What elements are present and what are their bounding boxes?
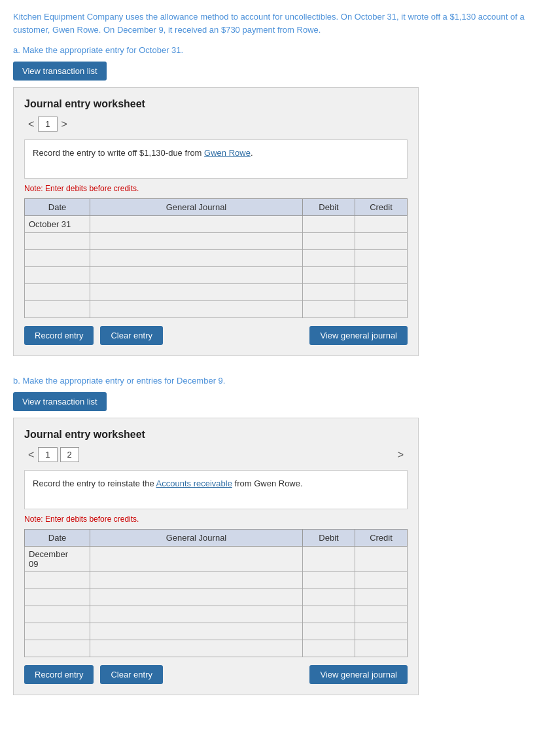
- journal-table-a: Date General Journal Debit Credit Octobe…: [24, 198, 408, 318]
- input-debit-b-4[interactable]: [307, 626, 351, 636]
- input-journal-b-3[interactable]: [94, 609, 298, 619]
- header-debit-a: Debit: [303, 199, 355, 216]
- header-journal-a: General Journal: [90, 199, 303, 216]
- input-journal-a-4[interactable]: [94, 287, 298, 297]
- button-row-a: Record entry Clear entry View general jo…: [24, 326, 408, 345]
- input-debit-a-3[interactable]: [307, 270, 351, 280]
- table-row: [25, 623, 408, 640]
- input-credit-b-1[interactable]: [359, 575, 403, 585]
- header-date-a: Date: [25, 199, 90, 216]
- input-journal-a-0[interactable]: [94, 219, 298, 229]
- table-row: [25, 284, 408, 301]
- input-debit-a-1[interactable]: [307, 236, 351, 246]
- table-row: [25, 301, 408, 318]
- input-journal-a-2[interactable]: [94, 253, 298, 263]
- cell-date-a-1: [25, 233, 90, 250]
- worksheet-a: Journal entry worksheet < 1 > Record the…: [13, 87, 419, 356]
- input-credit-a-4[interactable]: [359, 287, 403, 297]
- section-b-label: b. Make the appropriate entry or entries…: [13, 376, 547, 386]
- input-debit-a-0[interactable]: [307, 219, 351, 229]
- view-journal-btn-b[interactable]: View general journal: [309, 665, 408, 684]
- input-credit-a-1[interactable]: [359, 236, 403, 246]
- input-debit-b-2[interactable]: [307, 592, 351, 602]
- input-credit-a-2[interactable]: [359, 253, 403, 263]
- table-row: [25, 640, 408, 657]
- input-debit-a-2[interactable]: [307, 253, 351, 263]
- worksheet-a-title: Journal entry worksheet: [24, 98, 408, 110]
- instruction-a-highlight: Gwen Rowe: [204, 148, 251, 158]
- input-journal-b-1[interactable]: [94, 575, 298, 585]
- note-a: Note: Enter debits before credits.: [24, 184, 408, 193]
- input-journal-b-0[interactable]: [94, 554, 298, 564]
- input-debit-b-1[interactable]: [307, 575, 351, 585]
- input-credit-a-5[interactable]: [359, 304, 403, 314]
- table-row: [25, 606, 408, 623]
- cell-date-a-3: [25, 267, 90, 284]
- cell-date-a-0: October 31: [25, 216, 90, 233]
- view-transaction-btn-a[interactable]: View transaction list: [13, 62, 107, 81]
- worksheet-b: Journal entry worksheet < 1 2 > Record t…: [13, 418, 419, 695]
- input-credit-b-4[interactable]: [359, 626, 403, 636]
- input-credit-b-3[interactable]: [359, 609, 403, 619]
- header-credit-a: Credit: [355, 199, 408, 216]
- view-transaction-btn-b[interactable]: View transaction list: [13, 392, 107, 411]
- clear-entry-btn-b[interactable]: Clear entry: [100, 665, 163, 684]
- input-journal-a-3[interactable]: [94, 270, 298, 280]
- table-row: [25, 572, 408, 589]
- header-credit-b: Credit: [355, 530, 408, 547]
- cell-date-a-2: [25, 250, 90, 267]
- next-tab-a[interactable]: >: [58, 117, 71, 132]
- input-debit-b-0[interactable]: [307, 554, 351, 564]
- view-journal-btn-a[interactable]: View general journal: [309, 326, 408, 345]
- input-credit-a-0[interactable]: [359, 219, 403, 229]
- worksheet-a-tabs: < 1 >: [24, 117, 408, 132]
- input-debit-b-3[interactable]: [307, 609, 351, 619]
- record-entry-btn-b[interactable]: Record entry: [24, 665, 94, 684]
- input-credit-b-5[interactable]: [359, 643, 403, 653]
- instruction-b: Record the entry to reinstate the Accoun…: [24, 470, 408, 509]
- cell-date-b-2: [25, 589, 90, 606]
- prev-tab-a[interactable]: <: [24, 117, 38, 132]
- input-journal-b-5[interactable]: [94, 643, 298, 653]
- input-debit-a-4[interactable]: [307, 287, 351, 297]
- cell-date-b-1: [25, 572, 90, 589]
- intro-paragraph: Kitchen Equipment Company uses the allow…: [13, 10, 547, 36]
- input-credit-b-0[interactable]: [359, 554, 403, 564]
- button-row-b: Record entry Clear entry View general jo…: [24, 665, 408, 684]
- table-row: [25, 250, 408, 267]
- table-row: December 09: [25, 547, 408, 572]
- worksheet-b-tabs: < 1 2 >: [24, 447, 408, 462]
- input-journal-b-2[interactable]: [94, 592, 298, 602]
- input-journal-a-5[interactable]: [94, 304, 298, 314]
- cell-date-b-3: [25, 606, 90, 623]
- table-row: [25, 233, 408, 250]
- worksheet-b-title: Journal entry worksheet: [24, 429, 408, 441]
- section-a-label: a. Make the appropriate entry for Octobe…: [13, 45, 547, 55]
- prev-tab-b[interactable]: <: [24, 448, 38, 462]
- note-b: Note: Enter debits before credits.: [24, 515, 408, 524]
- instruction-a: Record the entry to write off $1,130-due…: [24, 139, 408, 179]
- cell-date-b-5: [25, 640, 90, 657]
- table-row: [25, 589, 408, 606]
- instruction-b-highlight: Accounts receivable: [156, 479, 232, 488]
- next-tab-b[interactable]: >: [394, 448, 408, 462]
- header-debit-b: Debit: [303, 530, 355, 547]
- tab-b-1[interactable]: 1: [38, 447, 57, 462]
- tab-b-2[interactable]: 2: [60, 447, 79, 462]
- tab-a-1[interactable]: 1: [38, 117, 57, 132]
- table-row: October 31: [25, 216, 408, 233]
- clear-entry-btn-a[interactable]: Clear entry: [100, 326, 163, 345]
- input-credit-a-3[interactable]: [359, 270, 403, 280]
- cell-date-a-4: [25, 284, 90, 301]
- input-journal-a-1[interactable]: [94, 236, 298, 246]
- input-journal-b-4[interactable]: [94, 626, 298, 636]
- table-row: [25, 267, 408, 284]
- header-journal-b: General Journal: [90, 530, 303, 547]
- cell-date-b-0: December 09: [25, 547, 90, 572]
- input-debit-b-5[interactable]: [307, 643, 351, 653]
- input-credit-b-2[interactable]: [359, 592, 403, 602]
- input-debit-a-5[interactable]: [307, 304, 351, 314]
- cell-date-a-5: [25, 301, 90, 318]
- record-entry-btn-a[interactable]: Record entry: [24, 326, 94, 345]
- journal-table-b: Date General Journal Debit Credit Decemb…: [24, 529, 408, 657]
